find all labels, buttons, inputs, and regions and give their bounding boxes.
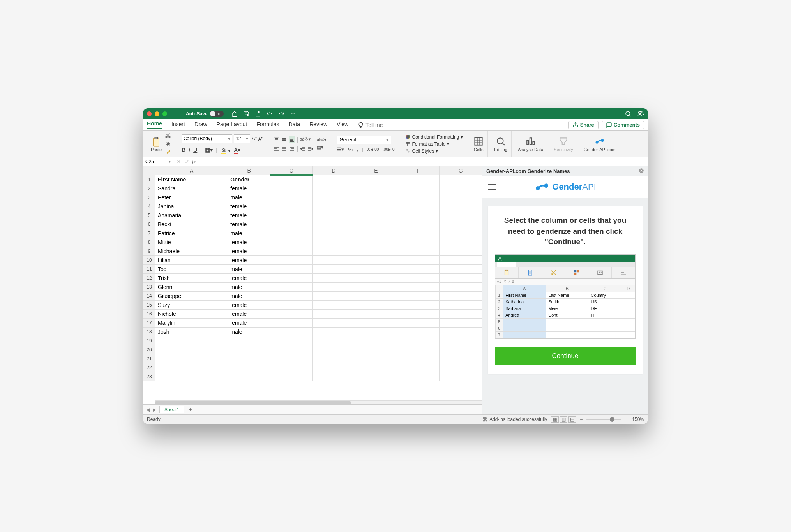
- number-format-select[interactable]: General▾: [337, 136, 391, 144]
- cell[interactable]: [397, 265, 440, 274]
- cell[interactable]: [270, 193, 313, 202]
- addin-menu-button[interactable]: [488, 184, 496, 190]
- tell-me[interactable]: Tell me: [358, 122, 383, 128]
- cell[interactable]: [440, 363, 482, 372]
- cell[interactable]: Anamaria: [155, 211, 228, 220]
- conditional-formatting-button[interactable]: Conditional Formatting ▾: [405, 134, 463, 140]
- cell[interactable]: [355, 238, 397, 247]
- cell[interactable]: Lilian: [155, 256, 228, 265]
- row-header[interactable]: 9: [143, 247, 155, 256]
- font-size-select[interactable]: 12▾: [234, 134, 250, 143]
- cell[interactable]: [270, 319, 313, 328]
- cell[interactable]: male: [228, 193, 270, 202]
- cell[interactable]: [270, 274, 313, 283]
- indent-decrease-icon[interactable]: [300, 146, 306, 152]
- cell[interactable]: [397, 211, 440, 220]
- row-header[interactable]: 21: [143, 354, 155, 363]
- decrease-decimal-button[interactable]: .00▶.0: [383, 147, 394, 151]
- cell[interactable]: [355, 265, 397, 274]
- cell[interactable]: [270, 372, 313, 381]
- cell[interactable]: female: [228, 256, 270, 265]
- increase-decimal-button[interactable]: .0◀.00: [367, 147, 379, 151]
- cell[interactable]: [270, 229, 313, 238]
- cell[interactable]: [313, 283, 355, 292]
- cell[interactable]: male: [228, 328, 270, 336]
- cell[interactable]: female: [228, 184, 270, 193]
- cell[interactable]: [228, 336, 270, 345]
- cell[interactable]: [355, 193, 397, 202]
- cell[interactable]: [397, 301, 440, 310]
- cell[interactable]: Michaele: [155, 247, 228, 256]
- comma-button[interactable]: ,: [357, 146, 358, 152]
- cell[interactable]: [397, 345, 440, 354]
- maximize-window[interactable]: [162, 111, 167, 116]
- cell[interactable]: [313, 256, 355, 265]
- account-icon[interactable]: [637, 110, 644, 117]
- more-icon[interactable]: [290, 111, 296, 117]
- align-middle-icon[interactable]: [281, 136, 287, 143]
- align-center-icon[interactable]: [281, 146, 287, 152]
- cell[interactable]: [313, 372, 355, 381]
- cell[interactable]: [270, 238, 313, 247]
- col-header-G[interactable]: G: [440, 166, 482, 175]
- cell[interactable]: [440, 274, 482, 283]
- cells-button[interactable]: Cells: [473, 136, 484, 152]
- cell[interactable]: [440, 193, 482, 202]
- col-header-D[interactable]: D: [313, 166, 355, 175]
- cell[interactable]: [440, 328, 482, 336]
- cell[interactable]: [270, 363, 313, 372]
- cell[interactable]: [313, 319, 355, 328]
- row-header[interactable]: 23: [143, 372, 155, 381]
- cell[interactable]: [397, 354, 440, 363]
- row-header[interactable]: 13: [143, 283, 155, 292]
- cell[interactable]: [355, 283, 397, 292]
- cell[interactable]: [313, 345, 355, 354]
- view-normal-button[interactable]: ▦: [551, 416, 559, 423]
- row-header[interactable]: 14: [143, 292, 155, 301]
- cell[interactable]: [313, 193, 355, 202]
- row-header[interactable]: 2: [143, 184, 155, 193]
- cell[interactable]: [397, 202, 440, 211]
- cell[interactable]: [270, 301, 313, 310]
- cell[interactable]: [270, 247, 313, 256]
- row-header[interactable]: 4: [143, 202, 155, 211]
- cut-icon[interactable]: [165, 132, 171, 139]
- tab-data[interactable]: Data: [289, 121, 300, 129]
- format-as-table-button[interactable]: Format as Table ▾: [405, 141, 450, 147]
- cell[interactable]: [397, 310, 440, 319]
- row-header[interactable]: 16: [143, 310, 155, 319]
- cell[interactable]: [440, 292, 482, 301]
- cell[interactable]: [397, 283, 440, 292]
- row-header[interactable]: 8: [143, 238, 155, 247]
- cell[interactable]: [440, 211, 482, 220]
- cell[interactable]: [313, 336, 355, 345]
- row-header[interactable]: 15: [143, 301, 155, 310]
- cell[interactable]: male: [228, 283, 270, 292]
- cell[interactable]: [440, 220, 482, 229]
- cell[interactable]: [440, 184, 482, 193]
- cell[interactable]: [355, 274, 397, 283]
- row-header[interactable]: 19: [143, 336, 155, 345]
- cell[interactable]: [355, 354, 397, 363]
- cell[interactable]: [228, 345, 270, 354]
- cell[interactable]: [228, 354, 270, 363]
- search-icon[interactable]: [625, 110, 632, 117]
- cell[interactable]: [313, 211, 355, 220]
- row-header[interactable]: 11: [143, 265, 155, 274]
- cell[interactable]: [228, 363, 270, 372]
- cell[interactable]: [270, 211, 313, 220]
- orientation-button[interactable]: ab↻▾: [300, 137, 310, 142]
- cell[interactable]: [440, 247, 482, 256]
- gender-api-ribbon-button[interactable]: Gender-API.com: [584, 136, 616, 152]
- row-header[interactable]: 17: [143, 319, 155, 328]
- cell[interactable]: Glenn: [155, 283, 228, 292]
- cell[interactable]: [313, 238, 355, 247]
- cell[interactable]: female: [228, 211, 270, 220]
- tab-insert[interactable]: Insert: [171, 121, 185, 129]
- select-all-cell[interactable]: [143, 166, 155, 175]
- cell[interactable]: [440, 283, 482, 292]
- view-pagebreak-button[interactable]: ▤: [568, 416, 576, 423]
- cell[interactable]: [228, 372, 270, 381]
- grid[interactable]: ABCDEFG1 First Name Gender 2 Sandra fema…: [143, 166, 482, 404]
- cell[interactable]: female: [228, 238, 270, 247]
